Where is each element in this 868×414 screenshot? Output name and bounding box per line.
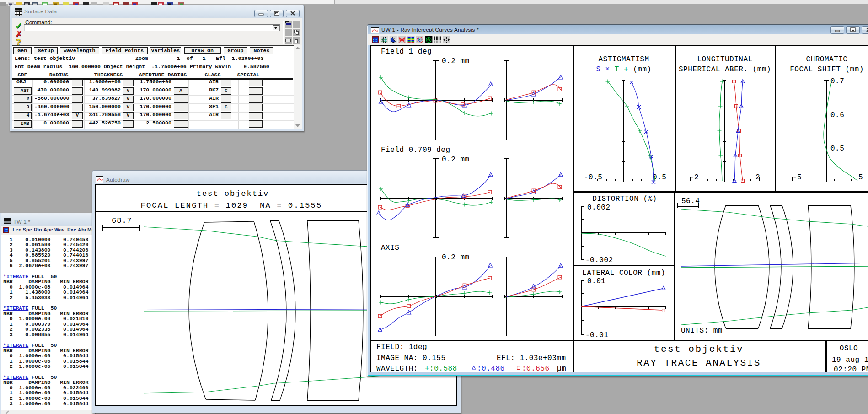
svg-text:LATERAL COLOR (mm): LATERAL COLOR (mm) [582, 269, 665, 277]
svg-text:2: 2 [755, 173, 760, 182]
svg-text:test objektiv: test objektiv [197, 189, 269, 198]
svg-text:AXIS: AXIS [381, 244, 399, 252]
svg-text:FOCAL LENGTH = 1029 NA = 0.15: FOCAL LENGTH = 1029 NA = 0.1555 [141, 201, 322, 210]
svg-text:S × T + (mm): S × T + (mm) [596, 65, 651, 74]
svg-text:02:20 PM: 02:20 PM [834, 366, 868, 372]
svg-text:0.6: 0.6 [830, 111, 844, 119]
svg-text:0.002: 0.002 [587, 204, 611, 212]
svg-text:LONGITUDINAL: LONGITUDINAL [697, 55, 752, 64]
svg-text:RAY TRACE ANALYSIS: RAY TRACE ANALYSIS [637, 358, 761, 368]
svg-text:-0.01: -0.01 [585, 331, 609, 339]
svg-text:FIELD: 1deg: FIELD: 1deg [376, 343, 427, 351]
svg-text:-0.5: -0.5 [584, 173, 602, 182]
svg-text:OSLO: OSLO [840, 344, 858, 353]
svg-text:SPHERICAL ABER. (mm): SPHERICAL ABER. (mm) [679, 65, 771, 74]
svg-text:0.5: 0.5 [830, 145, 844, 153]
svg-text:+:0.588: +:0.588 [425, 365, 457, 372]
svg-text:WAVELGTH:: WAVELGTH: [376, 365, 418, 372]
svg-text:IMAGE NA: 0.155: IMAGE NA: 0.155 [376, 354, 446, 362]
svg-text:0.2 mm: 0.2 mm [442, 57, 470, 65]
svg-text::0.486: :0.486 [477, 365, 505, 372]
svg-text:0.01: 0.01 [587, 277, 605, 285]
svg-text:-5: -5 [793, 173, 802, 182]
svg-text:68.7: 68.7 [112, 216, 132, 225]
svg-text:5: 5 [858, 173, 863, 182]
svg-text:ASTIGMATISM: ASTIGMATISM [598, 55, 649, 64]
svg-text:19 aug 1: 19 aug 1 [832, 356, 868, 364]
svg-text:0.2 mm: 0.2 mm [442, 253, 470, 262]
svg-text:DISTORTION (%): DISTORTION (%) [592, 195, 657, 203]
svg-text:56.4: 56.4 [681, 197, 700, 205]
svg-text:test objektiv: test objektiv [654, 344, 744, 355]
svg-text:-2: -2 [690, 173, 699, 182]
svg-text:CHROMATIC: CHROMATIC [806, 55, 848, 64]
svg-text:EFL: 1.03e+03mm: EFL: 1.03e+03mm [497, 354, 566, 362]
svg-text:-0.002: -0.002 [585, 256, 613, 264]
svg-text::0.656: :0.656 [522, 365, 550, 372]
svg-text:µm: µm [557, 365, 566, 372]
svg-text:UNITS: mm: UNITS: mm [681, 327, 723, 335]
svg-text:0.7: 0.7 [830, 77, 844, 86]
svg-text:Field 0.709 deg: Field 0.709 deg [381, 146, 450, 154]
svg-text:Field 1 deg: Field 1 deg [381, 48, 432, 56]
svg-text:0.2 mm: 0.2 mm [442, 156, 470, 164]
svg-text:FOCAL SHIFT (mm): FOCAL SHIFT (mm) [790, 65, 864, 74]
